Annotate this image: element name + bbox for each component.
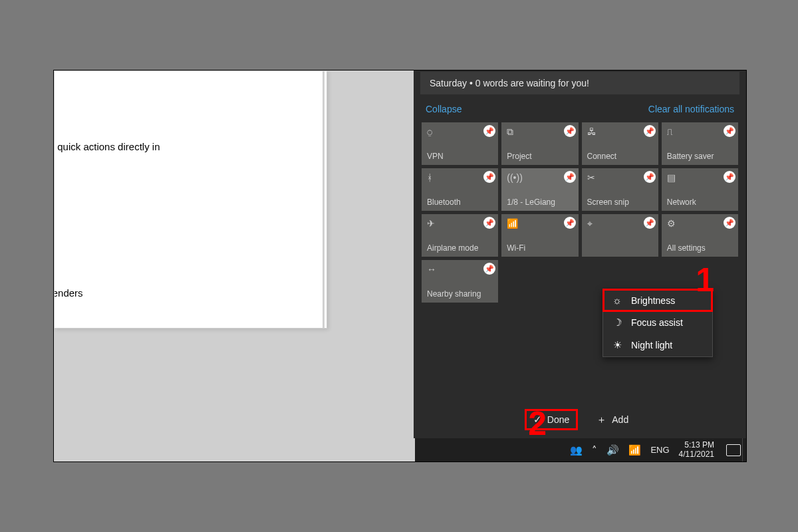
quick-action-airplane-mode[interactable]: 📌 ✈ Airplane mode bbox=[422, 214, 498, 257]
pin-icon[interactable]: 📌 bbox=[564, 171, 576, 183]
action-center-links-row: Collapse Clear all notifications bbox=[414, 101, 746, 122]
clear-all-link[interactable]: Clear all notifications bbox=[648, 104, 734, 114]
pin-icon[interactable]: 📌 bbox=[724, 125, 735, 137]
quick-actions-edit-bar: ✓ Done ＋ Add bbox=[414, 409, 746, 430]
connect-icon: 🖧 bbox=[587, 126, 653, 137]
wifi-icon: 📶 bbox=[507, 218, 573, 229]
annotation-callout-2: 2 bbox=[528, 404, 547, 443]
quick-action-all-settings[interactable]: 📌 ⚙ All settings bbox=[662, 214, 738, 257]
focus-assist-icon: ☽ bbox=[611, 317, 623, 329]
people-icon[interactable]: 👥 bbox=[570, 444, 583, 456]
clock[interactable]: 5:13 PM 4/11/2021 bbox=[679, 441, 714, 460]
tile-label: Screen snip bbox=[587, 198, 653, 207]
action-center-panel: Saturday • 0 words are waiting for you! … bbox=[414, 70, 746, 438]
quick-action-project[interactable]: 📌 ⧉ Project bbox=[501, 122, 578, 165]
tile-label: Bluetooth bbox=[427, 198, 493, 207]
context-item-night-light[interactable]: ☀ Night light bbox=[603, 334, 712, 356]
tile-label: Airplane mode bbox=[427, 243, 493, 253]
tile-label: Nearby sharing bbox=[427, 289, 493, 299]
pin-icon[interactable]: 📌 bbox=[644, 217, 656, 229]
pin-icon[interactable]: 📌 bbox=[724, 171, 735, 183]
brightness-icon: ☼ bbox=[611, 295, 623, 306]
taskbar: 👥 ˄ 🔊 📶 ENG 5:13 PM 4/11/2021 bbox=[415, 438, 746, 462]
quick-action-bluetooth[interactable]: 📌 ᚼ Bluetooth bbox=[422, 168, 498, 211]
tile-label: 1/8 - LeGiang bbox=[507, 198, 573, 207]
pin-icon[interactable]: 📌 bbox=[483, 125, 495, 137]
add-button[interactable]: ＋ Add bbox=[590, 409, 635, 430]
quick-action-screen-snip[interactable]: 📌 ✂ Screen snip bbox=[582, 168, 658, 211]
quick-action-vpn[interactable]: 📌 ⍜ VPN bbox=[422, 122, 498, 165]
pin-icon[interactable]: 📌 bbox=[483, 263, 495, 275]
screen-snip-icon: ✂ bbox=[587, 172, 653, 183]
pin-icon[interactable]: 📌 bbox=[644, 125, 656, 137]
quick-action-wifi[interactable]: 📌 📶 Wi-Fi bbox=[501, 214, 578, 257]
collapse-link[interactable]: Collapse bbox=[426, 104, 462, 114]
context-item-label: Night light bbox=[631, 340, 672, 350]
night-light-icon: ☀ bbox=[611, 339, 623, 351]
pin-icon[interactable]: 📌 bbox=[564, 125, 576, 137]
quick-action-network[interactable]: 📌 ▤ Network bbox=[662, 168, 738, 211]
annotation-callout-1: 1 bbox=[696, 261, 714, 299]
context-item-focus-assist[interactable]: ☽ Focus assist bbox=[603, 311, 712, 334]
tray-overflow-icon[interactable]: ˄ bbox=[592, 444, 597, 456]
plus-icon: ＋ bbox=[597, 414, 606, 426]
quick-action-location[interactable]: 📌 ⌖ bbox=[582, 214, 658, 257]
pin-icon[interactable]: 📌 bbox=[644, 171, 656, 183]
location-icon: ⌖ bbox=[587, 218, 653, 229]
quick-action-battery-saver[interactable]: 📌 ⎍ Battery saver bbox=[662, 122, 738, 165]
tile-label: All settings bbox=[667, 243, 733, 253]
settings-description-line1: ve, or rearrange your quick actions dire… bbox=[54, 141, 313, 152]
notification-banner[interactable]: Saturday • 0 words are waiting for you! bbox=[420, 72, 739, 94]
wifi-network-icon: ((•)) bbox=[507, 172, 573, 183]
tile-label: Connect bbox=[587, 152, 653, 161]
pin-icon[interactable]: 📌 bbox=[483, 217, 495, 229]
wifi-tray-icon[interactable]: 📶 bbox=[628, 444, 641, 456]
pin-icon[interactable]: 📌 bbox=[564, 217, 576, 229]
language-indicator[interactable]: ENG bbox=[650, 445, 669, 455]
show-desktop-edge[interactable] bbox=[742, 438, 746, 462]
pin-icon[interactable]: 📌 bbox=[483, 171, 495, 183]
tile-label: Wi-Fi bbox=[507, 243, 573, 253]
context-item-label: Brightness bbox=[631, 295, 675, 306]
volume-icon[interactable]: 🔊 bbox=[606, 444, 619, 456]
clock-time: 5:13 PM bbox=[679, 441, 714, 450]
tile-label: Project bbox=[507, 152, 573, 161]
tile-label: Battery saver bbox=[667, 152, 733, 161]
quick-action-nearby-sharing[interactable]: 📌 ↔ Nearby sharing bbox=[422, 260, 498, 303]
project-icon: ⧉ bbox=[507, 126, 573, 138]
tile-label: VPN bbox=[427, 152, 493, 161]
clock-date: 4/11/2021 bbox=[679, 450, 714, 460]
quick-action-empty bbox=[501, 260, 578, 303]
settings-window: ve, or rearrange your quick actions dire… bbox=[54, 70, 327, 329]
quick-action-wifi-network[interactable]: 📌 ((•)) 1/8 - LeGiang bbox=[501, 168, 578, 211]
done-label: Done bbox=[547, 414, 569, 425]
add-label: Add bbox=[612, 414, 628, 425]
pin-icon[interactable]: 📌 bbox=[724, 217, 735, 229]
action-center-taskbar-icon[interactable] bbox=[726, 444, 741, 456]
quick-action-connect[interactable]: 📌 🖧 Connect bbox=[582, 122, 658, 165]
tile-label: Network bbox=[667, 198, 733, 207]
settings-description-line2: om apps and other senders bbox=[54, 287, 313, 299]
context-item-label: Focus assist bbox=[631, 317, 683, 328]
screenshot-stage: ve, or rearrange your quick actions dire… bbox=[53, 70, 747, 462]
